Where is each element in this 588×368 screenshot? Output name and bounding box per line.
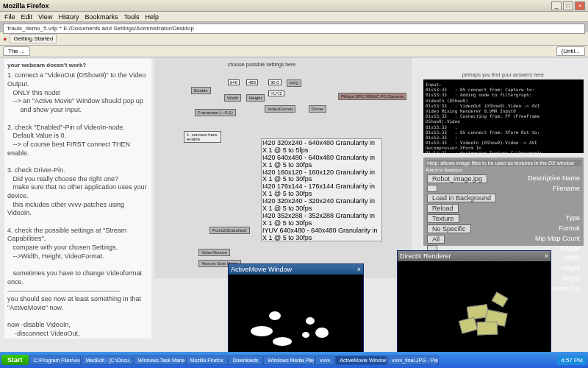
tex-row[interactable]: Filename [426,184,581,193]
menu-bar: File Edit View History Bookmarks Tools H… [0,12,588,22]
taskbar-task[interactable]: vvvv_final.JPG - Paint [387,355,439,365]
tex-row[interactable]: No SpecificFormat [426,224,581,234]
menu-view[interactable]: View [38,13,52,21]
renderer-window[interactable]: DirectX Renderer× [397,250,551,358]
content-area: your webcam doesn't work? 1. connect a "… [0,57,588,367]
answers-label: perhaps you find your answers here [462,72,544,77]
node-fps[interactable]: FPS [287,79,301,87]
node-videoformat[interactable]: VideoFormat [265,105,295,113]
minimize-button[interactable]: _ [551,1,562,10]
node-width[interactable]: Width [224,94,241,102]
tex-row[interactable]: Reload [426,203,581,213]
tab-left[interactable]: The ... [3,46,30,56]
menu-file[interactable]: File [4,13,15,21]
iobox-height[interactable]: 480 [246,79,258,85]
taskbar-task[interactable]: MadEdit - [C:\Docu... [82,355,133,365]
close-icon[interactable]: × [545,252,548,260]
cap-row[interactable]: I420 352x288 - 352x288 Granularity in X … [262,213,381,227]
iobox-fps[interactable]: 30.0 [268,79,282,85]
activemovie-body [229,275,363,363]
menu-tools[interactable]: Tools [123,13,139,21]
activemovie-title: ActiveMovie Window [231,266,292,273]
window-title: Mozilla Firefox [3,2,551,10]
help-pane: your webcam doesn't work? 1. connect a "… [4,59,151,339]
activemovie-window[interactable]: ActiveMovie Window× [228,263,364,364]
menu-help[interactable]: Help [145,13,159,21]
taskbar-task[interactable]: Windows Media Player [263,355,315,365]
node-enable[interactable]: Enable [191,87,211,94]
tex-row[interactable]: TextureType [426,213,581,224]
tty-console[interactable]: Input: 01s53:33 : 05 connect from: Captu… [423,79,584,153]
system-tray-clock[interactable]: 4:57 PM [557,355,587,365]
texture-inspector: Help: allows image files to be used as t… [423,158,584,246]
tex-row[interactable]: Load in Background [426,193,581,203]
cap-row[interactable]: I420 640x480 - 640x480 Granularity in X … [262,155,381,169]
help-body: 1. connect a "VideoOut (DShow9)" to the … [7,71,148,339]
start-button[interactable]: Start [1,355,29,365]
taskbar-task[interactable]: Mozilla Firefox [186,355,228,365]
tab-right[interactable]: (Until... [556,46,585,56]
settings-label: choose possible settings here [228,62,295,67]
renderer-title: DirectX Renderer [400,252,451,260]
tab-strip: The ... (Until... [0,46,588,57]
taskbar-task[interactable]: Windows Task Manager [134,355,185,365]
node-framerate[interactable]: Framerate (---0,1) [195,109,236,116]
texpanel-name[interactable]: Robot_image.jpg [427,174,487,183]
bookmarks-toolbar: ● Getting Started [0,32,588,46]
menu-bookmarks[interactable]: Bookmarks [85,13,118,21]
iobox-yuy2[interactable]: YUY2 [268,91,284,96]
menu-history[interactable]: History [58,13,79,21]
cap-row[interactable]: I420 320x240 - 640x480 Granularity in X … [262,140,381,155]
window-titlebar: Mozilla Firefox _ □ × [0,0,588,12]
taskbar: Start C:\Program Files\vvv...MadEdit - [… [0,352,588,368]
cap-row[interactable]: I420 320x240 - 320x240 Granularity in X … [262,198,381,213]
node-stretched[interactable]: Point2(Stretched) [209,227,250,234]
node-driver[interactable]: Driver [309,105,326,113]
maximize-button[interactable]: □ [563,1,573,10]
texpanel-desc-hdr: Descriptive Name [528,174,580,183]
close-icon[interactable]: × [357,266,361,273]
taskbar-task[interactable]: C:\Program Files\vvv... [29,355,81,365]
cap-row[interactable]: IYUV 640x480 - 640x480 Granularity in X … [262,227,381,241]
cap-row[interactable]: I420 176x144 - 176x144 Granularity in X … [262,183,381,198]
node-height[interactable]: Height [246,94,265,102]
address-bar[interactable]: 'trauis_demo_5.v4p * E:/Documents and Se… [3,24,585,34]
getting-started-button[interactable]: Getting Started [10,34,57,43]
menu-edit[interactable]: Edit [21,13,33,21]
tex-row[interactable]: AllMip Map Count [426,234,581,244]
taskbar-task[interactable]: Downloads [229,355,263,365]
cap-row[interactable]: I420 160x120 - 160x120 Granularity in X … [262,169,381,184]
renderer-body [398,261,551,357]
help-title: your webcam doesn't work? [7,62,148,69]
node-videotexture[interactable]: VideoTexture [198,249,230,256]
iobox-width[interactable]: 640 [228,79,240,85]
capabilities-list[interactable]: I420 320x240 - 640x480 Granularity in X … [261,138,382,241]
texpanel-attach[interactable]: Attach to Selection [426,168,581,172]
taskbar-task[interactable]: vvvv [315,355,334,365]
node-camera[interactable]: Philips SPC 900NC PC Camera [338,93,406,100]
taskbar-task[interactable]: ActiveMovie Window [335,355,387,365]
texpanel-title: Help: allows image files to be used as t… [426,160,581,166]
close-button[interactable]: × [575,1,585,10]
node-connect: 1. connect here. enable. [184,131,221,143]
